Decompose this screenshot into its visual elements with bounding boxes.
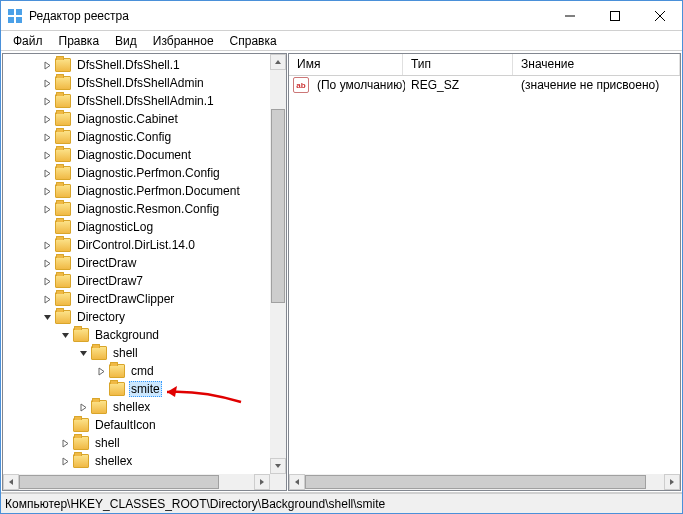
- values-list[interactable]: ab(По умолчанию)REG_SZ(значение не присв…: [289, 76, 680, 490]
- tree-item[interactable]: Diagnostic.Perfmon.Document: [3, 182, 270, 200]
- svg-rect-3: [16, 17, 22, 23]
- tree-item-label: DirectDraw7: [75, 274, 145, 288]
- chevron-right-icon[interactable]: [39, 273, 55, 289]
- chevron-right-icon[interactable]: [75, 399, 91, 415]
- chevron-right-icon[interactable]: [57, 453, 73, 469]
- chevron-right-icon[interactable]: [93, 363, 109, 379]
- tree-item-label: DirControl.DirList.14.0: [75, 238, 197, 252]
- scroll-hthumb[interactable]: [305, 475, 646, 489]
- scroll-htrack[interactable]: [19, 474, 254, 490]
- col-type[interactable]: Тип: [403, 54, 513, 75]
- scroll-htrack[interactable]: [305, 474, 664, 490]
- scroll-right-button[interactable]: [664, 474, 680, 490]
- tree-item-label: shell: [111, 346, 140, 360]
- titlebar: Редактор реестра: [1, 1, 682, 31]
- tree-item[interactable]: DiagnosticLog: [3, 218, 270, 236]
- menu-favorites[interactable]: Избранное: [145, 32, 222, 50]
- tree-item[interactable]: Diagnostic.Config: [3, 128, 270, 146]
- chevron-right-icon[interactable]: [39, 201, 55, 217]
- scroll-left-button[interactable]: [289, 474, 305, 490]
- tree-pane: DfsShell.DfsShell.1DfsShell.DfsShellAdmi…: [2, 53, 287, 491]
- chevron-right-icon[interactable]: [39, 255, 55, 271]
- chevron-right-icon[interactable]: [39, 111, 55, 127]
- tree-item[interactable]: shell: [3, 344, 270, 362]
- chevron-right-icon[interactable]: [57, 435, 73, 451]
- chevron-right-icon[interactable]: [39, 237, 55, 253]
- svg-rect-2: [8, 17, 14, 23]
- chevron-right-icon[interactable]: [39, 183, 55, 199]
- tree-item-label: DiagnosticLog: [75, 220, 155, 234]
- tree-item-label: Diagnostic.Resmon.Config: [75, 202, 221, 216]
- tree-item[interactable]: Directory: [3, 308, 270, 326]
- tree-item-label: DefaultIcon: [93, 418, 158, 432]
- folder-icon: [55, 220, 71, 234]
- folder-icon: [55, 58, 71, 72]
- tree-hscrollbar[interactable]: [3, 474, 270, 490]
- folder-icon: [73, 454, 89, 468]
- close-button[interactable]: [637, 1, 682, 30]
- tree-item[interactable]: DirectDraw: [3, 254, 270, 272]
- chevron-down-icon[interactable]: [39, 309, 55, 325]
- menu-edit[interactable]: Правка: [51, 32, 108, 50]
- chevron-right-icon[interactable]: [39, 75, 55, 91]
- tree-item[interactable]: smite: [3, 380, 270, 398]
- app-icon: [7, 8, 23, 24]
- scroll-down-button[interactable]: [270, 458, 286, 474]
- menubar: Файл Правка Вид Избранное Справка: [1, 31, 682, 51]
- tree-item[interactable]: DfsShell.DfsShell.1: [3, 56, 270, 74]
- chevron-right-icon[interactable]: [39, 165, 55, 181]
- chevron-right-icon[interactable]: [39, 291, 55, 307]
- statusbar: Компьютер\HKEY_CLASSES_ROOT\Directory\Ba…: [1, 493, 682, 513]
- scroll-up-button[interactable]: [270, 54, 286, 70]
- chevron-right-icon[interactable]: [39, 93, 55, 109]
- chevron-down-icon[interactable]: [75, 345, 91, 361]
- minimize-button[interactable]: [547, 1, 592, 30]
- scroll-hthumb[interactable]: [19, 475, 219, 489]
- main-area: DfsShell.DfsShell.1DfsShell.DfsShellAdmi…: [1, 51, 682, 493]
- tree-item[interactable]: DirectDraw7: [3, 272, 270, 290]
- col-value[interactable]: Значение: [513, 54, 680, 75]
- chevron-right-icon[interactable]: [39, 147, 55, 163]
- tree-item[interactable]: DefaultIcon: [3, 416, 270, 434]
- tree-item[interactable]: Diagnostic.Perfmon.Config: [3, 164, 270, 182]
- tree-item[interactable]: cmd: [3, 362, 270, 380]
- chevron-right-icon[interactable]: [39, 57, 55, 73]
- tree-item[interactable]: shellex: [3, 452, 270, 470]
- tree-item-label: smite: [129, 381, 162, 397]
- scroll-thumb[interactable]: [271, 109, 285, 303]
- tree-item[interactable]: Background: [3, 326, 270, 344]
- tree-item[interactable]: shell: [3, 434, 270, 452]
- chevron-down-icon[interactable]: [57, 327, 73, 343]
- tree-item-label: Directory: [75, 310, 127, 324]
- folder-icon: [55, 166, 71, 180]
- scroll-right-button[interactable]: [254, 474, 270, 490]
- tree-item-label: DirectDraw: [75, 256, 138, 270]
- folder-icon: [73, 418, 89, 432]
- tree-item[interactable]: DfsShell.DfsShellAdmin.1: [3, 92, 270, 110]
- tree-item[interactable]: DfsShell.DfsShellAdmin: [3, 74, 270, 92]
- cell-value: (значение не присвоено): [515, 78, 665, 92]
- menu-file[interactable]: Файл: [5, 32, 51, 50]
- tree-item[interactable]: Diagnostic.Cabinet: [3, 110, 270, 128]
- tree-item[interactable]: DirectDrawClipper: [3, 290, 270, 308]
- scroll-track[interactable]: [270, 70, 286, 458]
- registry-tree[interactable]: DfsShell.DfsShell.1DfsShell.DfsShellAdmi…: [3, 54, 270, 474]
- col-name[interactable]: Имя: [289, 54, 403, 75]
- chevron-right-icon[interactable]: [39, 129, 55, 145]
- tree-item[interactable]: Diagnostic.Resmon.Config: [3, 200, 270, 218]
- folder-icon: [55, 202, 71, 216]
- list-hscrollbar[interactable]: [289, 474, 680, 490]
- tree-item-label: Diagnostic.Cabinet: [75, 112, 180, 126]
- maximize-button[interactable]: [592, 1, 637, 30]
- menu-view[interactable]: Вид: [107, 32, 145, 50]
- scroll-left-button[interactable]: [3, 474, 19, 490]
- tree-item[interactable]: DirControl.DirList.14.0: [3, 236, 270, 254]
- folder-icon: [91, 400, 107, 414]
- tree-item[interactable]: shellex: [3, 398, 270, 416]
- menu-help[interactable]: Справка: [222, 32, 285, 50]
- value-row[interactable]: ab(По умолчанию)REG_SZ(значение не присв…: [289, 76, 680, 94]
- tree-vscrollbar[interactable]: [270, 54, 286, 474]
- tree-item[interactable]: Diagnostic.Document: [3, 146, 270, 164]
- folder-icon: [55, 112, 71, 126]
- cell-type: REG_SZ: [405, 78, 515, 92]
